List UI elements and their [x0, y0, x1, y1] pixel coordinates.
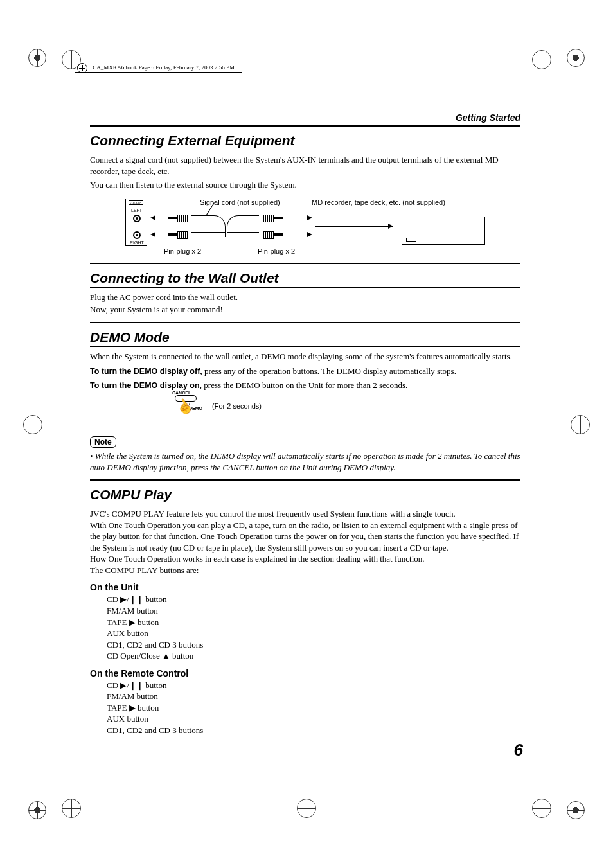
md-recorder-box — [402, 217, 485, 245]
arrow-icon — [151, 218, 166, 218]
running-header: Getting Started — [90, 112, 520, 123]
list-item: TAPE ▶ button — [107, 702, 520, 714]
s4-p4: The COMPU PLAY buttons are: — [90, 565, 520, 576]
s2-p1: Plug the AC power cord into the wall out… — [90, 292, 520, 303]
signal-cord-label: Signal cord (not supplied) — [200, 199, 280, 206]
pinplug-label-1: Pin-plug x 2 — [164, 247, 201, 255]
demo-off-label: To turn the DEMO display off, — [90, 367, 202, 376]
cable-icon — [227, 232, 259, 238]
section-rule — [90, 479, 520, 481]
trim-top — [48, 84, 565, 84]
s2-p2: Now, your System is at your command! — [90, 304, 520, 315]
note-rule — [119, 445, 520, 445]
s4-p2: With One Touch Operation you can play a … — [90, 520, 520, 554]
section-rule — [90, 322, 520, 323]
section-wall-outlet: Connecting to the Wall Outlet — [90, 270, 520, 286]
trim-bottom — [48, 784, 565, 784]
demo-on-text: press the DEMO button on the Unit for mo… — [202, 380, 407, 390]
plug-icon — [168, 215, 191, 221]
s1-p2: You can then listen to the external sour… — [90, 179, 520, 191]
demo-on-line: To turn the DEMO display on, press the D… — [90, 380, 520, 391]
section-rule — [90, 150, 520, 150]
section-rule — [90, 263, 520, 264]
demo-off-text: press any of the operation buttons. The … — [202, 366, 456, 376]
on-unit-head: On the Unit — [90, 582, 520, 592]
trim-right — [565, 69, 565, 799]
list-item: CD Open/Close ▲ button — [107, 650, 520, 662]
section-compu-play: COMPU Play — [90, 487, 520, 502]
list-item: FM/AM button — [107, 605, 520, 617]
list-item: CD ▶/❙❙ button — [107, 594, 520, 605]
header-rule — [90, 125, 520, 127]
s4-p1: JVC's COMPU PLAY feature lets you contro… — [90, 508, 520, 520]
cable-icon — [191, 232, 226, 238]
aux-in-label: AUX IN — [129, 200, 143, 205]
md-jack — [406, 238, 416, 242]
list-item: TAPE ▶ button — [107, 617, 520, 628]
md-label: MD recorder, tape deck, etc. (not suppli… — [312, 199, 445, 206]
book-rule — [75, 72, 242, 73]
note-text: • While the System is turned on, the DEM… — [90, 450, 520, 473]
reg-mark-bl — [28, 801, 46, 819]
list-item: AUX button — [107, 628, 520, 639]
plug-icon — [260, 231, 283, 238]
note-header-row: Note — [90, 427, 520, 448]
note-badge: Note — [90, 436, 116, 448]
list-item: CD1, CD2 and CD 3 buttons — [107, 639, 520, 651]
reg-mark-tr — [567, 49, 585, 67]
crop-mark-bl — [62, 799, 81, 818]
list-item: FM/AM button — [107, 691, 520, 702]
arrow-icon — [289, 218, 312, 218]
arrow-icon — [315, 226, 393, 227]
list-item: CD ▶/❙❙ button — [107, 680, 520, 691]
section-rule — [90, 504, 520, 504]
aux-in-panel: AUX IN LEFT RIGHT — [125, 199, 147, 246]
left-label: LEFT — [131, 208, 142, 213]
crop-mark-bc — [297, 799, 316, 818]
crop-mark-ml — [23, 415, 42, 434]
demo-on-label: To turn the DEMO display on, — [90, 381, 202, 390]
crop-mark-tr — [532, 50, 551, 69]
right-label: RIGHT — [130, 240, 144, 245]
pinplug-label-2: Pin-plug x 2 — [258, 247, 295, 255]
s1-p1: Connect a signal cord (not supplied) bet… — [90, 154, 520, 177]
trim-left — [48, 69, 48, 799]
page-content: Getting Started Connecting External Equi… — [90, 112, 520, 736]
unit-list: CD ▶/❙❙ button FM/AM button TAPE ▶ butto… — [90, 594, 520, 661]
crop-mark-mr — [571, 415, 590, 434]
section-rule — [90, 346, 520, 347]
reg-mark-tl — [28, 49, 46, 67]
for2sec: (For 2 seconds) — [212, 402, 262, 410]
plug-icon — [168, 231, 191, 238]
left-jack — [133, 215, 141, 222]
right-jack — [133, 231, 141, 239]
list-item: CD1, CD2 and CD 3 buttons — [107, 725, 520, 736]
arrow-icon — [151, 235, 166, 235]
on-remote-head: On the Remote Control — [90, 668, 520, 678]
reg-mark-br — [567, 801, 585, 819]
demo-button-diagram: CANCEL / DEMO ☝ (For 2 seconds) — [167, 395, 520, 417]
section-demo: DEMO Mode — [90, 330, 520, 345]
section-rule — [90, 287, 520, 288]
connection-diagram: AUX IN LEFT RIGHT Signal cord (not suppl… — [125, 199, 485, 256]
plug-icon — [260, 215, 283, 221]
remote-list: CD ▶/❙❙ button FM/AM button TAPE ▶ butto… — [90, 680, 520, 736]
cancel-label: CANCEL — [172, 391, 191, 395]
s3-p1: When the System is connected to the wall… — [90, 351, 520, 362]
list-item: AUX button — [107, 713, 520, 725]
section-connecting-ext: Connecting External Equipment — [90, 133, 520, 148]
crop-mark-br — [532, 799, 551, 818]
demo-off-line: To turn the DEMO display off, press any … — [90, 366, 520, 377]
page-number: 6 — [514, 740, 523, 760]
arrow-icon — [289, 235, 312, 235]
s4-p3: How One Touch Operation works in each ca… — [90, 553, 520, 565]
